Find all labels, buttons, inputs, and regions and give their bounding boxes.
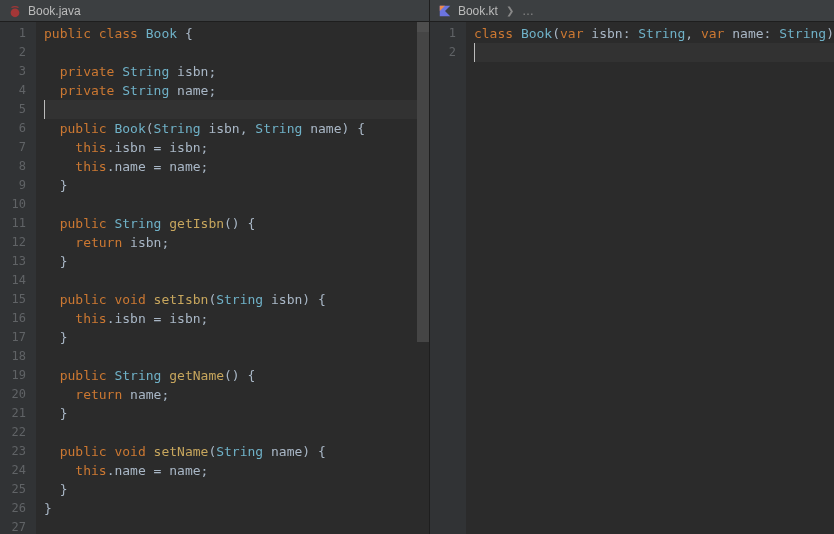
- code-line[interactable]: }: [44, 176, 429, 195]
- line-number: 2: [8, 43, 26, 62]
- line-number: 23: [8, 442, 26, 461]
- line-number: 19: [8, 366, 26, 385]
- text-caret: [474, 43, 475, 62]
- code-line[interactable]: public void setName(String name) {: [44, 442, 429, 461]
- line-number: 8: [8, 157, 26, 176]
- right-editor[interactable]: 12 class Book(var isbn: String, var name…: [430, 22, 834, 534]
- line-number: 7: [8, 138, 26, 157]
- line-number: 6: [8, 119, 26, 138]
- line-number: 20: [8, 385, 26, 404]
- right-gutter: 12: [430, 22, 466, 534]
- line-number: 12: [8, 233, 26, 252]
- code-line[interactable]: [44, 347, 429, 366]
- left-editor-pane: Book.java 123456789101112131415161718192…: [0, 0, 430, 534]
- svg-point-0: [11, 8, 20, 17]
- code-line[interactable]: class Book(var isbn: String, var name: S…: [474, 24, 834, 43]
- code-line[interactable]: [44, 271, 429, 290]
- code-line[interactable]: this.isbn = isbn;: [44, 309, 429, 328]
- code-line[interactable]: private String isbn;: [44, 62, 429, 81]
- breadcrumb-more[interactable]: …: [522, 4, 535, 18]
- line-number: 15: [8, 290, 26, 309]
- code-line[interactable]: public String getIsbn() {: [44, 214, 429, 233]
- code-line[interactable]: public Book(String isbn, String name) {: [44, 119, 429, 138]
- left-editor[interactable]: 1234567891011121314151617181920212223242…: [0, 22, 429, 534]
- code-line[interactable]: public String getName() {: [44, 366, 429, 385]
- code-line[interactable]: [44, 100, 429, 119]
- left-code-area[interactable]: public class Book { private String isbn;…: [36, 22, 429, 534]
- code-line[interactable]: this.name = name;: [44, 157, 429, 176]
- line-number: 16: [8, 309, 26, 328]
- left-gutter: 1234567891011121314151617181920212223242…: [0, 22, 36, 534]
- line-number: 26: [8, 499, 26, 518]
- code-line[interactable]: }: [44, 404, 429, 423]
- line-number: 18: [8, 347, 26, 366]
- code-line[interactable]: }: [44, 499, 429, 518]
- kotlin-file-icon: [438, 4, 452, 18]
- code-line[interactable]: this.isbn = isbn;: [44, 138, 429, 157]
- left-tab-bar: Book.java: [0, 0, 429, 22]
- scrollbar-thumb[interactable]: [417, 32, 429, 342]
- breadcrumb-chevron-icon: ❯: [506, 5, 514, 16]
- right-editor-pane: Book.kt ❯ … 12 class Book(var isbn: Stri…: [430, 0, 834, 534]
- line-number: 14: [8, 271, 26, 290]
- line-number: 1: [438, 24, 456, 43]
- line-number: 5: [8, 100, 26, 119]
- right-code-area[interactable]: class Book(var isbn: String, var name: S…: [466, 22, 834, 534]
- scrollbar-corner: [417, 22, 429, 32]
- right-tab-bar: Book.kt ❯ …: [430, 0, 834, 22]
- line-number: 3: [8, 62, 26, 81]
- code-line[interactable]: [44, 518, 429, 534]
- right-tab-filename[interactable]: Book.kt: [458, 4, 498, 18]
- code-line[interactable]: [44, 43, 429, 62]
- line-number: 1: [8, 24, 26, 43]
- code-line[interactable]: }: [44, 252, 429, 271]
- left-tab-filename[interactable]: Book.java: [28, 4, 81, 18]
- line-number: 22: [8, 423, 26, 442]
- line-number: 10: [8, 195, 26, 214]
- code-line[interactable]: private String name;: [44, 81, 429, 100]
- code-line[interactable]: return name;: [44, 385, 429, 404]
- code-line[interactable]: }: [44, 480, 429, 499]
- line-number: 9: [8, 176, 26, 195]
- line-number: 25: [8, 480, 26, 499]
- line-number: 2: [438, 43, 456, 62]
- code-line[interactable]: this.name = name;: [44, 461, 429, 480]
- line-number: 24: [8, 461, 26, 480]
- code-line[interactable]: public class Book {: [44, 24, 429, 43]
- code-line[interactable]: }: [44, 328, 429, 347]
- code-line[interactable]: [44, 195, 429, 214]
- line-number: 27: [8, 518, 26, 534]
- text-caret: [44, 100, 45, 119]
- line-number: 13: [8, 252, 26, 271]
- line-number: 11: [8, 214, 26, 233]
- left-scrollbar[interactable]: [417, 22, 429, 534]
- line-number: 17: [8, 328, 26, 347]
- code-line[interactable]: public void setIsbn(String isbn) {: [44, 290, 429, 309]
- java-file-icon: [8, 4, 22, 18]
- code-line[interactable]: [44, 423, 429, 442]
- line-number: 4: [8, 81, 26, 100]
- code-line[interactable]: [474, 43, 834, 62]
- code-line[interactable]: return isbn;: [44, 233, 429, 252]
- line-number: 21: [8, 404, 26, 423]
